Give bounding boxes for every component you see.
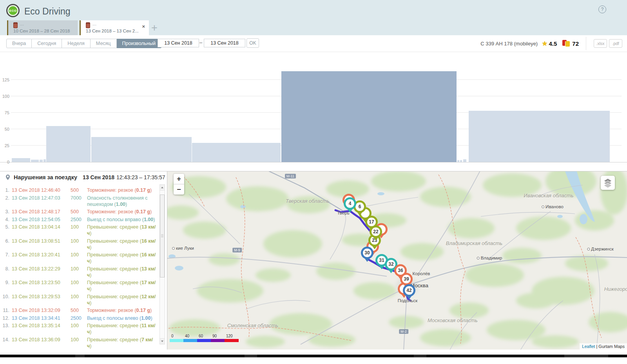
range-week-button[interactable]: Неделя [62, 39, 91, 48]
ok-button[interactable]: OK [246, 38, 259, 48]
chart-bar[interactable] [12, 158, 30, 162]
chart-bar[interactable] [457, 160, 459, 162]
marker-number: 22 [371, 227, 380, 236]
colorbar-tick-label: 40 [185, 334, 189, 338]
scrollbar-thumb[interactable] [160, 195, 165, 278]
layers-button[interactable] [601, 176, 615, 190]
map-marker-42[interactable]: 42 [403, 284, 415, 297]
violation-penalty: 100 [71, 279, 87, 286]
map-attribution: Leaflet | Gurtam Maps [580, 343, 627, 350]
rating-value: 4.5 [549, 40, 557, 47]
chart-ytick-label: 25 [0, 143, 9, 148]
violation-penalty: 500 [71, 209, 87, 215]
star-icon: ★ [542, 40, 547, 48]
violation-row[interactable]: 12.13 Сен 2018 13:34:412500Выезд с полос… [0, 315, 157, 321]
export-pdf-button[interactable]: .pdf [609, 39, 622, 48]
chart-bar[interactable] [31, 160, 39, 162]
violation-description: Превышение: среднее (16 км/ч) [87, 238, 157, 250]
range-yesterday-button[interactable]: Вчера [6, 39, 32, 48]
chart-bar[interactable] [40, 160, 43, 162]
tab-report-2[interactable]: ... 13 Сен 2018 – 13 Сен 2... × [80, 20, 149, 35]
map-marker-30[interactable]: 30 [361, 247, 373, 259]
chart-ytick-label: 75 [0, 110, 9, 115]
violation-penalty: 2500 [71, 315, 87, 321]
colorbar-tick-label: 0 [171, 334, 174, 338]
chart-bar[interactable] [91, 137, 192, 162]
violation-row[interactable]: 14.13 Сен 2018 13:36:09100Превышение: ср… [0, 337, 157, 349]
date-from-input[interactable]: 13 Сен 2018 [158, 39, 199, 47]
scroll-up-button[interactable] [160, 185, 165, 191]
add-tab-button[interactable]: + [151, 23, 158, 33]
map-city-label: Иваново [542, 204, 564, 209]
violation-row[interactable]: 5.13 Сен 2018 13:04:14100Превышение: сре… [0, 224, 157, 236]
violation-datetime: 13 Сен 2018 13:35:14 [12, 323, 71, 329]
road-badge: М-9 [232, 248, 242, 252]
violation-datetime: 13 Сен 2018 12:47:03 [12, 195, 71, 201]
violation-penalty: 100 [71, 294, 87, 300]
violation-description: Выезд с полосы влево (1.00) [87, 315, 157, 321]
arrow-up-icon [161, 187, 163, 188]
violation-row[interactable]: 1.13 Сен 2018 12:46:40500Торможение: рез… [0, 187, 157, 193]
attribution-sep: | [595, 344, 598, 349]
colorbar-tick-label: 60 [199, 334, 203, 338]
range-today-button[interactable]: Сегодня [32, 39, 62, 48]
speed-colorbar: 0406090120 [170, 335, 239, 342]
violation-row[interactable]: 7.13 Сен 2018 13:20:41100Превышение: сре… [0, 252, 157, 264]
violation-row[interactable]: 9.13 Сен 2018 13:23:50100Превышение: сре… [0, 279, 157, 292]
scrollbar[interactable] [159, 184, 165, 344]
chart-bar[interactable] [43, 159, 46, 162]
chart-bar[interactable] [460, 160, 462, 162]
map-region-label: Владимирская область [446, 240, 502, 246]
date-to-input[interactable]: 13 Сен 2018 [204, 39, 245, 47]
range-custom-button[interactable]: Произвольный [117, 39, 161, 48]
violation-number: 6. [0, 238, 9, 244]
export-xlsx-button[interactable]: .xlsx [594, 39, 607, 48]
violation-row[interactable]: 4.13 Сен 2018 12:54:052500Выезд с полосы… [0, 216, 157, 223]
range-month-button[interactable]: Месяц [91, 39, 117, 48]
marker-number: 4 [346, 199, 354, 208]
marker-tail [357, 211, 363, 216]
chart-bar[interactable] [463, 159, 466, 162]
unit-name-label: С 339 АН 178 (mobileye) [480, 41, 538, 47]
violation-description: Торможение: резкое (0.17 g) [87, 187, 157, 193]
map[interactable]: Тверская областьИвановская областьВладим… [167, 171, 627, 350]
chart-bar[interactable] [469, 111, 610, 162]
chart-bar[interactable] [281, 71, 457, 162]
violation-description: Превышение: среднее (13 км/ч) [87, 266, 157, 278]
map-marker-4[interactable]: 4 [344, 197, 356, 210]
violation-datetime: 13 Сен 2018 13:04:14 [12, 224, 71, 230]
leaflet-link[interactable]: Leaflet [582, 344, 595, 349]
toolbar-separator [586, 37, 586, 50]
violation-penalty: 7000 [71, 195, 87, 201]
violation-description: Превышение: среднее (12 км/ч) [87, 294, 157, 306]
violation-number: 8. [0, 266, 9, 272]
colorbar-tick-label: 90 [212, 334, 217, 338]
violation-row[interactable]: 6.13 Сен 2018 13:08:51100Превышение: сре… [0, 238, 157, 250]
violation-number: 11. [0, 307, 9, 314]
violation-row[interactable]: 3.13 Сен 2018 12:48:17500Торможение: рез… [0, 209, 157, 215]
violation-row[interactable]: 2.13 Сен 2018 12:47:037000Опасность стол… [0, 195, 157, 207]
violation-row[interactable]: 13.13 Сен 2018 13:35:14100Превышение: ср… [0, 323, 157, 335]
violation-penalty: 100 [71, 266, 87, 272]
violation-row[interactable]: 8.13 Сен 2018 13:22:29100Превышение: сре… [0, 266, 157, 278]
help-icon[interactable]: ? [598, 5, 606, 13]
map-marker-22[interactable]: 22 [370, 225, 382, 238]
marker-tail [371, 245, 378, 249]
tab-report-1[interactable]: ... 10 Сен 2018 – 28 Сен 2018 [7, 20, 78, 35]
vehicle-icon [86, 22, 90, 28]
zoom-in-button[interactable]: + [174, 174, 184, 184]
close-icon[interactable]: × [142, 23, 145, 29]
arrow-down-icon [161, 341, 163, 342]
violation-number: 1. [0, 187, 9, 193]
map-marker-39[interactable]: 39 [400, 273, 413, 285]
colorbar-segment [170, 339, 184, 342]
chart-bar[interactable] [46, 126, 91, 162]
violation-datetime: 13 Сен 2018 13:36:09 [12, 337, 71, 343]
violation-row[interactable]: 11.13 Сен 2018 13:32:09500Торможение: ре… [0, 307, 157, 314]
chart-ytick-label: 125 [0, 77, 9, 82]
chart-bar[interactable] [192, 143, 281, 162]
zoom-out-button[interactable]: − [174, 184, 184, 195]
violation-row[interactable]: 10.13 Сен 2018 13:29:53100Превышение: ср… [0, 294, 157, 306]
scroll-down-button[interactable] [160, 338, 165, 344]
marker-tail [379, 265, 385, 269]
